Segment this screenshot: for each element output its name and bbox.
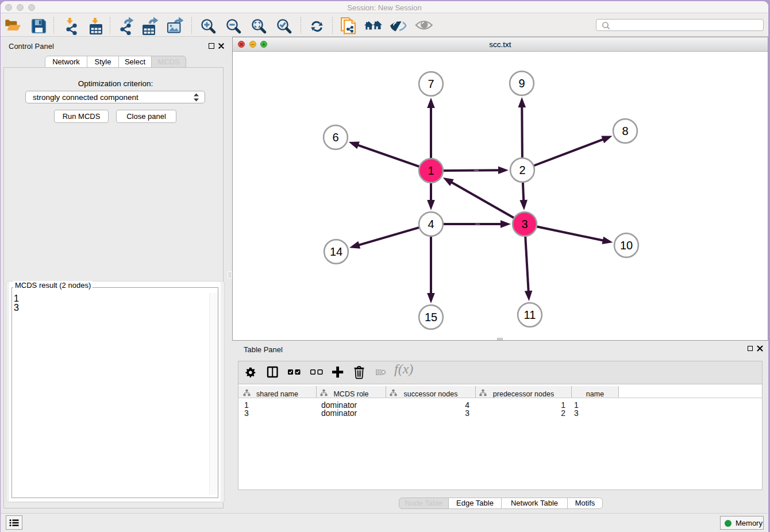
svg-text:10: 10	[620, 239, 633, 252]
svg-text:3: 3	[521, 218, 528, 230]
svg-text:7: 7	[428, 78, 434, 90]
svg-text:6: 6	[332, 131, 338, 144]
svg-text:2: 2	[519, 164, 525, 176]
svg-text:9: 9	[518, 77, 525, 90]
svg-text:4: 4	[428, 218, 434, 230]
svg-text:11: 11	[524, 309, 536, 321]
svg-text:1: 1	[428, 164, 434, 177]
svg-text:8: 8	[622, 125, 628, 137]
svg-text:14: 14	[330, 245, 342, 258]
svg-text:15: 15	[425, 311, 437, 323]
